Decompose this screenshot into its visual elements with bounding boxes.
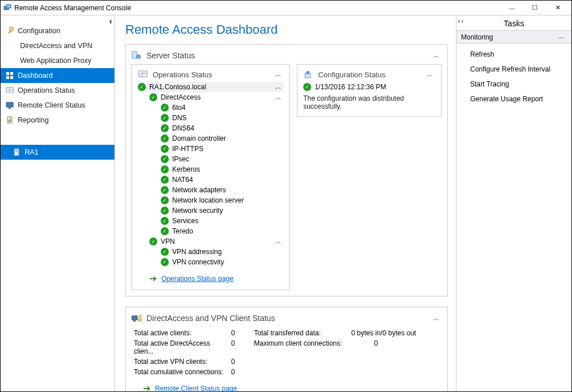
nav-server-ra1[interactable]: RA1	[1, 145, 114, 160]
arrow-right-icon: ➔	[143, 383, 150, 391]
nav-remote-client-status[interactable]: Remote Client Status	[1, 98, 114, 113]
tree-item[interactable]: VPN connectivity	[138, 257, 284, 267]
collapse-icon[interactable]: ︿	[273, 70, 284, 79]
task-item[interactable]: Refresh	[456, 47, 571, 62]
nav-operations-status[interactable]: Operations Status	[1, 83, 114, 98]
stat-label: Total active DirectAccess clien...	[134, 339, 231, 355]
tree-item[interactable]: DNS64	[138, 123, 284, 133]
subpanel-heading-text: Configuration Status	[318, 70, 386, 79]
stat-label: Total cumulative connections:	[134, 368, 231, 376]
tree-item[interactable]: Teredo	[138, 226, 284, 236]
tree-label: VPN connectivity	[172, 258, 224, 266]
page-title: Remote Access Dashboard	[125, 22, 448, 37]
subpanel-header-config[interactable]: Configuration Status ︿	[303, 68, 435, 82]
wrench-icon	[5, 26, 14, 35]
status-ok-icon	[161, 124, 169, 132]
tree-item[interactable]: IPsec	[138, 154, 284, 164]
tree-node-vpn[interactable]: VPN ︿	[138, 236, 284, 247]
task-item[interactable]: Generate Usage Report	[456, 92, 571, 106]
tree-label: RA1.Contoso.local	[149, 83, 206, 91]
status-ok-icon	[161, 165, 169, 173]
collapse-icon[interactable]: ︿	[431, 52, 442, 60]
tree-label: VPN	[161, 237, 175, 246]
tasks-section-label: Monitoring	[461, 33, 493, 41]
svg-rect-5	[6, 76, 9, 79]
collapse-icon[interactable]: ︿	[556, 33, 567, 41]
collapse-icon[interactable]: ︿	[424, 70, 435, 79]
svg-rect-25	[138, 318, 142, 322]
task-item[interactable]: Start Tracing	[456, 77, 571, 92]
subpanel-heading-text: Operations Status	[153, 70, 212, 79]
panel-header-client-status[interactable]: DirectAccess and VPN Client Status ︿	[132, 312, 442, 327]
tasks-scroll-left-icon[interactable]: ‹	[458, 17, 460, 25]
operations-status-link[interactable]: Operations Status page	[161, 275, 233, 283]
nav-label: Web Application Proxy	[20, 57, 92, 65]
tree-item[interactable]: Network security	[138, 205, 284, 216]
tree-label: Teredo	[172, 227, 193, 235]
nav-directaccess-vpn[interactable]: DirectAccess and VPN	[1, 38, 114, 53]
subpanel-header-operations[interactable]: Operations Status ︿	[138, 68, 284, 82]
status-ok-icon	[161, 196, 169, 204]
stat-value: 0	[231, 329, 254, 337]
tree-item[interactable]: Network adapters	[138, 185, 284, 195]
maximize-button[interactable]: ☐	[523, 1, 546, 15]
nav-dashboard[interactable]: Dashboard	[1, 68, 114, 83]
tree-item[interactable]: 6to4	[138, 102, 284, 113]
server-status-icon: i	[132, 50, 142, 61]
status-ok-icon	[161, 145, 169, 153]
tree-label: Kerberos	[172, 165, 200, 173]
tree-item[interactable]: NAT64	[138, 175, 284, 185]
tree-node-server[interactable]: RA1.Contoso.local ︿	[138, 82, 284, 92]
status-ok-icon	[161, 104, 169, 112]
panel-client-status: DirectAccess and VPN Client Status ︿ Tot…	[125, 307, 448, 391]
tree-item[interactable]: Network location server	[138, 195, 284, 205]
tree-label: DNS64	[172, 124, 194, 132]
collapse-icon[interactable]: ︿	[273, 83, 284, 92]
nav-collapse-icon[interactable]: ‹	[109, 17, 112, 26]
tree-item[interactable]: Services	[138, 216, 284, 226]
tasks-section-monitoring[interactable]: Monitoring ︿	[456, 30, 571, 43]
tasks-title: Tasks	[456, 17, 571, 30]
remote-client-status-link[interactable]: Remote Client Status page	[155, 385, 237, 392]
tasks-scroll-right-icon[interactable]: ›	[461, 17, 463, 25]
nav-reporting[interactable]: Reporting	[1, 113, 114, 128]
svg-point-24	[138, 315, 142, 318]
collapse-icon[interactable]: ︿	[273, 237, 284, 246]
tree-item[interactable]: DNS	[138, 113, 284, 123]
tree-item[interactable]: Domain controller	[138, 133, 284, 144]
titlebar: Remote Access Management Console — ☐ ✕	[1, 1, 571, 15]
tree-item[interactable]: IP-HTTPS	[138, 144, 284, 154]
task-item[interactable]: Configure Refresh Interval	[456, 62, 571, 77]
panel-header-server-status[interactable]: i Server Status ︿	[132, 49, 442, 64]
stat-value: 0	[231, 339, 254, 355]
collapse-icon[interactable]: ︿	[273, 93, 284, 102]
minimize-button[interactable]: —	[500, 1, 523, 15]
tree-label: NAT64	[172, 176, 193, 184]
nav-configuration[interactable]: Configuration	[1, 23, 114, 38]
tree-label: 6to4	[172, 104, 185, 112]
tree-node-directaccess[interactable]: DirectAccess ︿	[138, 92, 284, 102]
nav-web-application-proxy[interactable]: Web Application Proxy	[1, 53, 114, 68]
status-ok-icon	[161, 176, 169, 184]
client-status-grid: Total active clients: 0 Total transferre…	[132, 327, 442, 377]
svg-rect-9	[9, 108, 11, 109]
tree-label: DNS	[172, 114, 186, 122]
tree-item[interactable]: VPN addressing	[138, 247, 284, 257]
tasks-list: RefreshConfigure Refresh IntervalStart T…	[456, 43, 571, 110]
config-timestamp-row: 1/13/2016 12:12:36 PM	[303, 83, 435, 91]
collapse-icon[interactable]: ︿	[431, 314, 442, 323]
monitor-icon	[5, 101, 14, 110]
arrow-right-icon: ➔	[149, 273, 157, 284]
status-ok-icon	[138, 83, 146, 91]
close-button[interactable]: ✕	[546, 1, 569, 15]
svg-rect-8	[6, 102, 13, 107]
tree-item[interactable]: Kerberos	[138, 164, 284, 175]
nav-label: Reporting	[18, 116, 49, 124]
svg-point-2	[10, 27, 13, 31]
svg-rect-4	[10, 72, 13, 75]
stat-label: Total active clients:	[134, 329, 231, 337]
operations-link-row: ➔ Operations Status page	[138, 273, 284, 284]
app-icon	[3, 3, 12, 13]
nav-label: Remote Client Status	[18, 101, 85, 109]
server-icon	[12, 148, 21, 157]
